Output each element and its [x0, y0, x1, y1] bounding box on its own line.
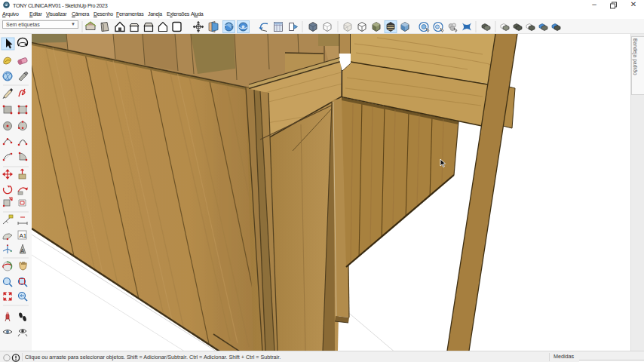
- svg-text:A1: A1: [20, 232, 27, 239]
- svg-text:A: A: [20, 248, 24, 253]
